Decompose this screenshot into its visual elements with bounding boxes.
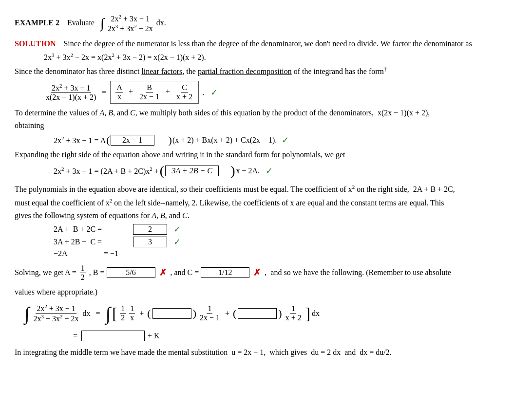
equation2-row: 2x2 + 3x − 1 = (2A + B + 2C)x2 + ( 3A + … bbox=[54, 163, 517, 179]
sys3-left-text: −2A bbox=[54, 249, 102, 258]
sys-eq1-row: 2A + B + 2C = 2 ✓ bbox=[54, 224, 517, 235]
period1: . bbox=[203, 88, 205, 97]
para5c-block: gives the following system of equations … bbox=[15, 211, 517, 220]
eq2-space bbox=[223, 166, 227, 175]
para4-text: Expanding the right side of the equation… bbox=[15, 150, 345, 159]
values-note-block: values where appropriate.) bbox=[15, 288, 517, 296]
lhs-dx: dx bbox=[82, 309, 90, 318]
solution-para1: Since the degree of the numerator is les… bbox=[63, 39, 472, 48]
sys2-input[interactable]: 3 bbox=[133, 237, 167, 247]
A-frac-num: 1 bbox=[80, 264, 86, 273]
example-label: EXAMPLE 2 bbox=[15, 18, 59, 27]
paren3-open: ( bbox=[147, 307, 151, 320]
eq-sign-integral: = bbox=[95, 309, 100, 318]
plus-sign2: + bbox=[225, 309, 229, 318]
integral-symbol: ∫ bbox=[100, 16, 104, 31]
eq1-input-field[interactable]: 2x − 1 bbox=[111, 135, 154, 146]
check-sys1-icon: ✓ bbox=[173, 224, 181, 235]
result-input1[interactable] bbox=[152, 308, 191, 319]
plus2: + bbox=[166, 87, 170, 95]
big-paren2-open: ( bbox=[160, 163, 164, 179]
check-sys2-icon: ✓ bbox=[173, 237, 181, 247]
lhs-int-den: 2x3 + 3x2 − 2x bbox=[32, 314, 79, 323]
C-wrong-icon: ✗ bbox=[253, 267, 261, 278]
paren3-close: ) bbox=[193, 307, 196, 320]
equation1-row: 2x2 + 3x − 1 = A ( 2x − 1 ) (x + 2) + Bx… bbox=[54, 134, 517, 147]
equation-system: 2A + B + 2C = 2 ✓ 3A + 2B − C = 3 ✓ −2A … bbox=[54, 224, 517, 258]
example-header: EXAMPLE 2 Evaluate ∫ 2x2 + 3x − 1 2x3 + … bbox=[15, 14, 517, 34]
C-num: C bbox=[181, 83, 188, 92]
big-paren-close: ) bbox=[169, 134, 172, 147]
rhs-integral-sign: ∫ bbox=[106, 304, 111, 323]
final-para-text: In integrating the middle term we have m… bbox=[15, 348, 392, 356]
equals-sign: = bbox=[102, 88, 106, 97]
para5b-block: must equal the coefficient of x2 on the … bbox=[15, 198, 517, 207]
half-fraction: 1 2 bbox=[120, 304, 126, 322]
lhs-fraction: 2x2 + 3x − 1 x(2x − 1)(x + 2) bbox=[45, 83, 97, 102]
big-paren2-close: ) bbox=[230, 163, 235, 179]
sys-eq2-row: 3A + 2B − C = 3 ✓ bbox=[54, 237, 517, 247]
B-num: B bbox=[146, 83, 153, 92]
lhs-integral-sign: ∫ bbox=[24, 304, 29, 323]
integrand-numerator: 2x2 + 3x − 1 bbox=[111, 14, 150, 23]
A-frac-den: 2 bbox=[80, 273, 86, 282]
factoring-text: 2x3 + 3x2 − 2x = x(2x2 + 3x − 2) = x(2x … bbox=[44, 52, 206, 62]
final-result-input[interactable] bbox=[81, 331, 145, 341]
check1-icon: ✓ bbox=[210, 87, 218, 98]
eq2-input-field[interactable]: 3A + 2B − C bbox=[165, 166, 219, 176]
A-den: x bbox=[116, 92, 122, 101]
sys-eq3-row: −2A = −1 bbox=[54, 249, 517, 258]
sys1-input[interactable]: 2 bbox=[133, 224, 167, 235]
big-bracket-open: [ bbox=[112, 304, 117, 323]
x-den: x bbox=[129, 314, 135, 322]
check2-icon: ✓ bbox=[282, 135, 289, 146]
big-paren-open: ( bbox=[106, 134, 110, 147]
plus-K: + K bbox=[148, 332, 160, 340]
lhs-num: 2x2 + 3x − 1 bbox=[51, 83, 92, 93]
factoring-equation: 2x3 + 3x2 − 2x = x(2x2 + 3x − 2) = x(2x … bbox=[44, 52, 517, 62]
A-value-fraction: 1 2 bbox=[80, 264, 86, 282]
para5b-text: must equal the coefficient of x2 on the … bbox=[15, 199, 444, 207]
eq2-right-text: x − 2A. bbox=[236, 166, 260, 175]
B-wrong-icon: ✗ bbox=[159, 267, 167, 278]
and-text: and bbox=[344, 348, 356, 356]
one-over-x-fraction: 1 x bbox=[129, 304, 135, 322]
para3-text: To determine the values of A, B, and C, … bbox=[15, 109, 430, 117]
solving-prefix-text: Solving, we get A = bbox=[15, 268, 76, 277]
partial-fraction-display: 2x2 + 3x − 1 x(2x − 1)(x + 2) = A x + B … bbox=[44, 81, 517, 104]
integrand-fraction: 2x2 + 3x − 1 2x3 + 3x2 − 2x bbox=[108, 14, 153, 34]
A-fraction: A x bbox=[115, 83, 123, 101]
rhs-frac2-den: x + 2 bbox=[285, 314, 303, 322]
integral-result-row: ∫ 2x2 + 3x − 1 2x3 + 3x2 − 2x dx = ∫ [ 1… bbox=[24, 303, 517, 324]
rhs-frac1-num: 1 bbox=[207, 304, 212, 314]
comma-and-text: , and C = bbox=[171, 268, 199, 277]
C-input-field[interactable]: 1/12 bbox=[201, 267, 249, 278]
plus1: + bbox=[129, 87, 133, 95]
A-num: A bbox=[115, 83, 123, 92]
eq-sign2: = bbox=[73, 332, 77, 340]
C-fraction: C x + 2 bbox=[175, 83, 193, 101]
rhs-frac1-den: 2x − 1 bbox=[199, 314, 221, 322]
lhs-int-num: 2x2 + 3x − 1 bbox=[36, 303, 76, 314]
integrand-denominator: 2x3 + 3x2 − 2x bbox=[108, 23, 153, 33]
para5-block: The polynomials in the equation above ar… bbox=[15, 184, 517, 193]
result-input2[interactable] bbox=[238, 308, 277, 319]
eq1-middle-space bbox=[158, 136, 164, 145]
para5-text: The polynomials in the equation above ar… bbox=[15, 185, 455, 193]
para2-text: Since the denominator has three distinct… bbox=[15, 67, 387, 75]
sys3-right-text: = −1 bbox=[104, 249, 133, 258]
B-den: 2x − 1 bbox=[138, 92, 160, 101]
solution-label: SOLUTION bbox=[15, 39, 56, 48]
rhs-frac2: 1 x + 2 bbox=[285, 304, 303, 322]
paren4-open: ( bbox=[233, 307, 236, 320]
integral-result-line2: = + K bbox=[73, 331, 517, 341]
big-bracket-close: ] bbox=[305, 304, 310, 323]
sys2-left-text: 3A + 2B − C = bbox=[54, 238, 132, 246]
lhs-den: x(2x − 1)(x + 2) bbox=[45, 93, 97, 102]
evaluate-instruction: Evaluate bbox=[67, 18, 95, 27]
B-input-field[interactable]: 5/6 bbox=[107, 267, 155, 278]
rhs-frac2-num: 1 bbox=[290, 304, 296, 314]
eq1-right-text: (x + 2) + Bx(x + 2) + Cx(2x − 1). bbox=[172, 136, 277, 145]
para5c-text: gives the following system of equations … bbox=[15, 211, 190, 220]
check3-icon: ✓ bbox=[266, 166, 273, 176]
